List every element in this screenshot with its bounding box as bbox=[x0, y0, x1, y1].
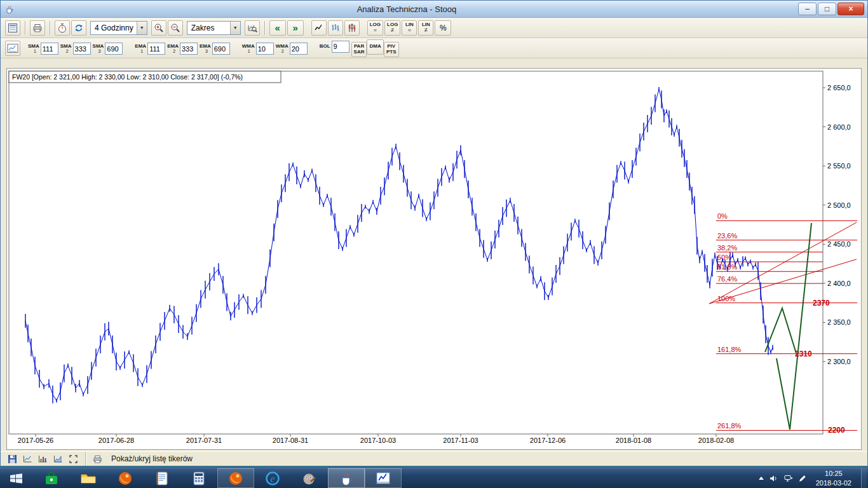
taskbar-chart-app[interactable] bbox=[365, 468, 402, 488]
lin-equal-button[interactable]: LIN = bbox=[402, 20, 417, 36]
log-unequal-button[interactable]: LOG ≠ bbox=[384, 20, 400, 36]
zoom-out-button[interactable] bbox=[168, 20, 183, 36]
volume-icon[interactable] bbox=[770, 475, 778, 482]
chevron-up-icon bbox=[759, 477, 764, 480]
taskbar-organizer[interactable] bbox=[144, 468, 180, 488]
percent-button[interactable]: % bbox=[435, 20, 451, 36]
wma1-input[interactable] bbox=[256, 43, 274, 55]
export-line-chart-button[interactable] bbox=[21, 453, 34, 465]
dma-button[interactable]: DMA bbox=[367, 39, 383, 55]
network-icon[interactable] bbox=[784, 475, 793, 482]
price-chart[interactable]: 2017-05-262017-06-282017-07-312017-08-31… bbox=[7, 69, 861, 449]
par-button[interactable]: PARSAR bbox=[351, 42, 367, 57]
zoom-range-button[interactable] bbox=[245, 20, 260, 36]
sma3-field: SMA3 bbox=[93, 43, 123, 55]
main-toolbar: 4 Godzinny ▼ Zakres ▼ « » LOG bbox=[1, 18, 867, 38]
interval-select[interactable]: 4 Godzinny ▼ bbox=[90, 21, 147, 35]
small-bars-chart-icon bbox=[38, 454, 48, 464]
sma1-input[interactable] bbox=[41, 43, 58, 55]
svg-text:50%: 50% bbox=[717, 254, 731, 261]
sma1-label: SMA1 bbox=[28, 44, 39, 53]
taskbar-file-explorer[interactable] bbox=[70, 468, 107, 488]
line-chart-button[interactable] bbox=[311, 20, 327, 36]
bol-input[interactable] bbox=[332, 41, 349, 53]
taskbar-gimp[interactable] bbox=[291, 468, 328, 488]
maximize-button[interactable]: □ bbox=[818, 3, 836, 15]
range-select[interactable]: Zakres ▼ bbox=[187, 21, 241, 35]
chart-image-icon bbox=[7, 43, 18, 53]
browser-icon bbox=[117, 470, 133, 487]
windows-logo-icon bbox=[9, 472, 24, 485]
taskbar-calculator[interactable] bbox=[180, 468, 217, 488]
piv-button[interactable]: PIVPTS bbox=[384, 42, 399, 57]
svg-text:2 650,0: 2 650,0 bbox=[827, 84, 851, 92]
lin-unequal-button[interactable]: LIN ≠ bbox=[418, 20, 433, 36]
wma2-label: WMA2 bbox=[276, 44, 288, 53]
pen-icon[interactable] bbox=[799, 475, 806, 482]
taskbar-clock[interactable]: 10:25 2018-03-02 bbox=[812, 469, 855, 487]
organizer-icon bbox=[154, 470, 170, 487]
compare-chart-button[interactable] bbox=[36, 453, 50, 465]
java-app-icon bbox=[338, 470, 355, 487]
taskbar-internet-explorer[interactable]: e bbox=[254, 468, 291, 488]
chevron-down-icon[interactable]: ▼ bbox=[230, 22, 240, 34]
ema2-input[interactable] bbox=[180, 43, 198, 55]
fit-view-button[interactable] bbox=[67, 453, 80, 465]
equal-icon: = bbox=[374, 27, 377, 33]
statusbar-separator bbox=[85, 452, 86, 466]
wma2-input[interactable] bbox=[290, 43, 308, 55]
candle-chart-button[interactable] bbox=[344, 20, 360, 36]
zoom-in-button[interactable] bbox=[151, 20, 166, 36]
svg-text:2017-11-03: 2017-11-03 bbox=[443, 437, 478, 444]
chart-panel[interactable]: 2017-05-262017-06-282017-07-312017-08-31… bbox=[6, 68, 862, 450]
timer-button[interactable] bbox=[55, 20, 70, 36]
svg-text:2017-12-06: 2017-12-06 bbox=[530, 437, 566, 444]
log-equal-button[interactable]: LOG = bbox=[367, 20, 383, 36]
toggle-tickers-label[interactable]: Pokaż/ukryj listę tikerów bbox=[111, 454, 193, 463]
report-button[interactable] bbox=[5, 20, 20, 36]
taskbar-store[interactable] bbox=[33, 468, 70, 488]
chart-app-icon bbox=[375, 470, 391, 487]
clock-time: 10:25 bbox=[816, 469, 851, 478]
ema3-input[interactable] bbox=[212, 43, 230, 55]
app-window: Analiza Techniczna - Stooq – □ × 4 Godzi… bbox=[0, 0, 868, 466]
ema2-label: EMA2 bbox=[167, 44, 179, 53]
equal-icon: = bbox=[408, 27, 411, 33]
svg-text:38,2%: 38,2% bbox=[717, 244, 737, 252]
ema1-input[interactable] bbox=[147, 43, 165, 55]
ema1-field: EMA1 bbox=[135, 43, 165, 55]
titlebar[interactable]: Analiza Techniczna - Stooq – □ × bbox=[1, 1, 867, 18]
sma3-input[interactable] bbox=[105, 43, 123, 55]
taskbar-java-app[interactable] bbox=[328, 468, 365, 488]
refresh-button[interactable] bbox=[71, 20, 86, 36]
save-icon bbox=[8, 454, 17, 464]
unequal-icon: ≠ bbox=[424, 27, 428, 33]
save-button[interactable] bbox=[6, 453, 19, 465]
scroll-left-button[interactable]: « bbox=[269, 20, 286, 36]
svg-text:2017-06-28: 2017-06-28 bbox=[98, 437, 134, 444]
close-button[interactable]: × bbox=[837, 3, 864, 15]
chevron-down-icon[interactable]: ▼ bbox=[137, 22, 147, 34]
java-applet-icon bbox=[4, 3, 15, 15]
svg-text:2 500,0: 2 500,0 bbox=[827, 201, 851, 209]
svg-text:2200: 2200 bbox=[828, 426, 845, 435]
taskbar-firefox[interactable] bbox=[217, 468, 254, 488]
area-chart-button[interactable] bbox=[51, 453, 65, 465]
sma2-input[interactable] bbox=[73, 43, 91, 55]
bar-chart-button[interactable] bbox=[328, 20, 343, 36]
toolbar-separator bbox=[264, 21, 265, 35]
start-button[interactable] bbox=[0, 468, 33, 488]
expand-icon bbox=[69, 454, 78, 464]
firefox-icon bbox=[227, 470, 244, 487]
printer-icon bbox=[32, 23, 43, 33]
tray-expand-button[interactable] bbox=[759, 477, 764, 480]
indicator-toolbar: SMA1SMA2SMA3EMA1EMA2EMA3WMA1WMA2BOLPARSA… bbox=[1, 38, 867, 58]
chart-image-button[interactable] bbox=[5, 41, 20, 56]
scroll-right-button[interactable]: » bbox=[287, 20, 304, 36]
sma3-label: SMA3 bbox=[93, 44, 104, 53]
print-button[interactable] bbox=[30, 20, 45, 36]
taskbar-browser[interactable] bbox=[107, 468, 144, 488]
minimize-button[interactable]: – bbox=[798, 3, 817, 15]
show-desktop-button[interactable] bbox=[861, 468, 867, 488]
print-small-button[interactable] bbox=[91, 453, 104, 465]
